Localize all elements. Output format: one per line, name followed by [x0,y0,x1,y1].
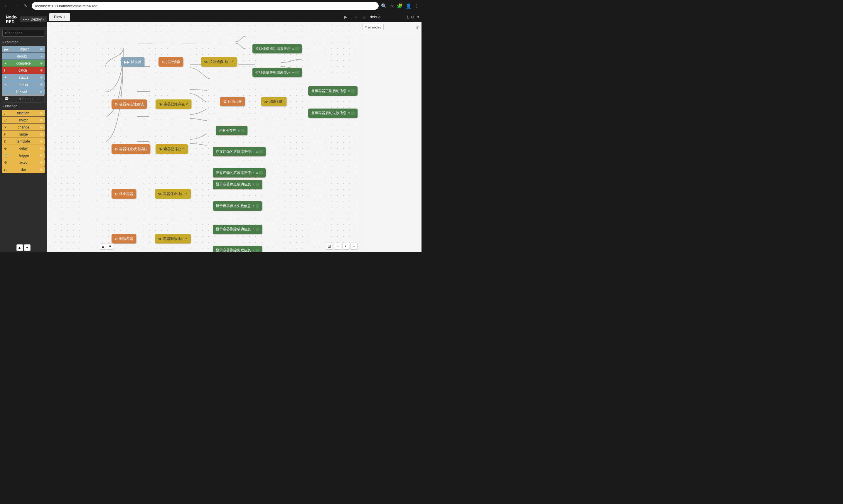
add-flow-button[interactable]: + [350,14,352,20]
fit-view-button[interactable]: ⊡ [326,242,333,250]
sidebar-node-exec[interactable]: ⚙exec [2,159,45,166]
filter-nodes-input[interactable] [2,30,44,37]
sidebar-node-range[interactable]: ⁝⁝range [2,131,45,138]
deploy-chevron-icon[interactable]: ▾ [43,18,44,21]
zoom-dot-button[interactable]: • [342,242,349,250]
node-label-fetch-success-q: 拉取镜像成功？ [209,59,234,65]
nav-down-button[interactable]: ▼ [107,243,113,250]
sidebar-node-catch[interactable]: !catch [2,67,45,74]
flow-node-show-stop-success[interactable]: 显示容器停止成功信息≡ [213,180,262,189]
sidebar-node-rbe[interactable]: ⊓rbe [2,166,45,173]
panel-info-icon[interactable]: ℹ [407,15,408,19]
zoom-controls: ⊡ − • + [326,242,357,250]
flow-node-show-delete-fail[interactable]: 显示容器删除失败信息≡ [213,246,262,252]
flow-node-show-delete-success[interactable]: 显示容器删除成功信息≡ [213,225,262,234]
flow-node-container-stop-check[interactable]: ⚙容器停止状态确认 [111,144,150,154]
flow-node-container-stopped-q[interactable]: ≫容器已停止？ [156,144,188,154]
all-nodes-filter-button[interactable]: ▾ all nodes [363,24,384,30]
flow-node-show-start-success[interactable]: 显示容器正常启动信息≡ [308,86,357,96]
node-square-show-stop-fail [256,204,259,208]
sidebar-node-function[interactable]: ƒfunction [2,110,45,116]
flow-node-exist-running-need-stop[interactable]: 存在启动的容器需要停止≡ [213,147,266,156]
profile-icon[interactable]: 👤 [406,3,411,9]
flow-node-container-exist-check[interactable]: ⚙容器存在性确认 [111,100,147,109]
forward-button[interactable]: → [12,2,20,10]
sidebar-node-change[interactable]: ✕change [2,124,45,130]
flow-node-start-container[interactable]: ⚙启动容器 [220,97,245,106]
node-label-container-exist-q: 容器已经存在？ [164,102,189,107]
deploy-button[interactable]: Deploy [31,17,42,21]
canvas[interactable]: ▶▶触发器⚙拉取镜像≫拉取镜像成功？拉取镜像成功结果显示≡拉取镜像失败结果显示≡… [47,22,360,252]
node-icon-start-container: ⚙ [223,100,227,104]
function-section-header[interactable]: function [0,103,47,109]
address-bar[interactable] [32,2,379,10]
node-label-result-judge: 结果判断 [269,99,283,104]
flow-node-result-judge[interactable]: ≫结果判断 [261,97,286,106]
sidebar-node-template[interactable]: {}template [2,138,45,145]
function-nodes-list: ƒfunction⇄switch✕change⁝⁝range{}template… [0,109,47,174]
flow-node-container-not-exist[interactable]: 容器不存在≡ [216,126,247,135]
sidebar-node-delay[interactable]: ⊙delay [2,145,45,152]
sidebar-node-inject[interactable]: ▶▶inject [2,46,45,53]
node-square-fetch-success-show [295,47,299,51]
flow-node-delete-success-q[interactable]: ≫容器删除成功？ [155,234,191,244]
back-button[interactable]: ← [2,2,10,10]
scroll-down-button[interactable]: ▼ [24,245,31,251]
search-icon[interactable]: 🔍 [381,3,387,9]
flow-node-show-start-fail[interactable]: 显示容器启动失败信息≡ [308,109,357,118]
node-label-trigger-node: 触发器 [131,59,141,65]
scroll-up-button[interactable]: ▲ [16,245,23,251]
flow-node-fetch-fail-show[interactable]: 拉取镜像失败结果显示≡ [252,68,302,77]
clear-debug-button[interactable]: 🗑 [415,25,419,30]
sidebar-node-link-out[interactable]: link out⊳ [2,88,45,95]
flow-node-fetch-success-q[interactable]: ≫拉取镜像成功？ [201,57,237,67]
flow-node-fetch-image-node[interactable]: ⚙拉取镜像 [158,57,183,67]
browser-topbar: ← → ↻ 🔍 ☆ 🧩 👤 ⋮ [0,0,421,12]
flow-node-trigger-node[interactable]: ▶▶触发器 [121,57,144,67]
nav-up-button[interactable]: ▲ [100,243,106,250]
zoom-plus-button[interactable]: + [350,242,357,250]
sidebar-node-comment[interactable]: 💬comment [2,95,45,102]
zoom-minus-button[interactable]: − [334,242,341,250]
panel-chevron-icon[interactable]: ▾ [417,15,419,19]
canvas-tabs: Flow 1 ▶ + ≡ [47,12,360,22]
flow-node-container-exist-q[interactable]: ≫容器已经存在？ [156,100,191,109]
common-section-header[interactable]: common [0,39,47,46]
extensions-icon[interactable]: 🧩 [397,3,403,9]
sidebar-node-switch[interactable]: ⇄switch [2,117,45,124]
list-flows-button[interactable]: ≡ [355,14,357,20]
panel-settings-icon[interactable]: ⚙ [411,15,415,19]
canvas-area: Flow 1 ▶ + ≡ [47,12,360,252]
node-label-container-not-exist: 容器不存在 [219,128,236,133]
sidebar-node-status[interactable]: ✦status [2,74,45,81]
flow-node-stop-container[interactable]: ⚙停止容器 [111,189,136,199]
flow-node-stop-success-q[interactable]: ≫容器停止成功？ [155,189,191,199]
node-label-show-stop-fail: 显示容器停止失败信息 [216,203,251,209]
sidebar-node-link-in[interactable]: ⊲link in [2,81,45,88]
node-icon-fetch-success-q: ≫ [204,60,208,64]
node-icon-delete-success-q: ≫ [158,237,162,241]
flow-node-delete-container[interactable]: ⚙删除容器 [111,234,136,244]
star-icon[interactable]: ☆ [390,3,394,9]
node-label-show-start-success: 显示容器正常启动信息 [311,89,346,94]
sidebar-node-complete[interactable]: ✓complete [2,60,45,67]
nav-zoom-arrows: ▲ ▼ [100,243,113,250]
node-icon-container-exist-q: ≫ [158,102,163,107]
sidebar-node-debug[interactable]: debug≡ [2,53,45,59]
node-square-exist-running-need-stop [259,150,263,154]
browser-menu-icon[interactable]: ⋮ [415,3,419,9]
node-list-icon-show-stop-fail: ≡ [253,204,254,208]
flow-node-no-running-need-stop[interactable]: 没有启动的容器需要停止≡ [213,168,266,178]
node-icon-stop-container: ⚙ [115,192,118,196]
reload-button[interactable]: ↻ [22,2,29,10]
sidebar: Node-RED ●●● Deploy ▾ ≡ common ▶▶injectd… [0,12,47,252]
flow-node-show-stop-fail[interactable]: 显示容器停止失败信息≡ [213,201,262,211]
sidebar-scroll-arrows: ▲ ▼ [0,243,47,252]
flow1-tab[interactable]: Flow 1 [49,13,70,21]
sidebar-node-trigger[interactable]: ⌛trigger [2,152,45,159]
debug-panel-tab[interactable]: debug [368,14,383,20]
run-flow-button[interactable]: ▶ [344,14,347,20]
node-icon-delete-container: ⚙ [115,237,118,241]
flow-node-fetch-success-show[interactable]: 拉取镜像成功结果显示≡ [252,44,302,53]
node-label-container-stopped-q: 容器已停止？ [164,147,185,152]
